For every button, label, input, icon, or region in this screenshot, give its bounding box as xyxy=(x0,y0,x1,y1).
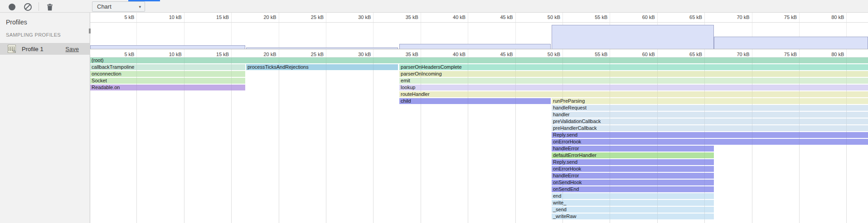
tick-label-40kb: 40 kB xyxy=(441,14,466,20)
overview-block-4 xyxy=(714,37,868,49)
overview-block-3 xyxy=(552,25,714,49)
tick-label-15kb: 15 kB xyxy=(204,14,229,20)
flame-frame-Readable.on[interactable]: Readable.on xyxy=(90,85,245,90)
gridline-overlay-35kb xyxy=(421,57,421,223)
chevron-down-icon: ▾ xyxy=(139,5,141,9)
tick-label-25kb: 25 kB xyxy=(299,52,324,57)
tick-label-30kb: 30 kB xyxy=(346,14,371,20)
tick-label-70kb: 70 kB xyxy=(725,52,750,57)
profile-name: Profile 1 xyxy=(22,46,44,52)
tick-label-20kb: 20 kB xyxy=(252,52,276,57)
flame-frame-routeHandler[interactable]: routeHandler xyxy=(399,91,868,97)
tick-label-5kb: 5 kB xyxy=(109,52,134,57)
overview-pane[interactable] xyxy=(90,22,868,49)
profiles-sidebar: Profiles SAMPLING PROFILES % Profile 1 S… xyxy=(0,13,90,223)
tick-label-25kb: 25 kB xyxy=(299,14,324,20)
flame-frame-callbackTrampoline[interactable]: callbackTrampoline xyxy=(90,64,245,70)
tick-label-55kb: 55 kB xyxy=(582,52,607,57)
clear-icon xyxy=(24,3,32,11)
flame-frame-_writeRaw[interactable]: _writeRaw xyxy=(552,214,714,219)
gridline-overlay-55kb xyxy=(610,57,610,223)
flame-frame-Reply.send[interactable]: Reply.send xyxy=(552,132,868,138)
tick-label-35kb: 35 kB xyxy=(393,52,418,57)
flame-frame-handler[interactable]: handler xyxy=(552,112,868,118)
tick-label-10kb: 10 kB xyxy=(157,14,182,20)
clear-button[interactable] xyxy=(22,1,33,12)
flame-frame-onErrorHook[interactable]: onErrorHook xyxy=(552,166,714,172)
flame-frame-onSendEnd[interactable]: onSendEnd xyxy=(552,186,714,192)
gridline-overlay-20kb xyxy=(279,57,279,223)
gridline-overlay-75kb xyxy=(799,57,800,223)
tick-label-60kb: 60 kB xyxy=(630,14,655,20)
flame-frame-preHandlerCallback[interactable]: preHandlerCallback xyxy=(552,125,868,131)
view-mode-value: Chart xyxy=(97,3,112,10)
tick-label-75kb: 75 kB xyxy=(772,52,797,57)
delete-profile-button[interactable] xyxy=(44,1,55,12)
gridline-overlay-70kb xyxy=(752,57,752,223)
scrollbar-thumb[interactable] xyxy=(89,28,91,33)
flame-frame-preValidationCallback[interactable]: preValidationCallback xyxy=(552,119,868,124)
flame-frame-child[interactable]: child xyxy=(399,98,551,104)
tick-label-20kb: 20 kB xyxy=(252,14,276,20)
flame-frame-Socket[interactable]: Socket xyxy=(90,78,245,84)
flame-frame-root[interactable]: (root) xyxy=(90,57,868,63)
heap-profiler-panel: Chart ▾ Profiles SAMPLING PROFILES % Pro… xyxy=(0,0,868,223)
flame-chart-pane: 5 kB5 kB10 kB10 kB15 kB15 kB20 kB20 kB25… xyxy=(90,13,868,223)
tick-label-5kb: 5 kB xyxy=(109,14,134,20)
gridline-overlay-80kb xyxy=(846,57,847,223)
flame-frame-onErrorHook[interactable]: onErrorHook xyxy=(552,139,868,145)
gridline-overlay-45kb xyxy=(515,57,516,223)
tick-label-50kb: 50 kB xyxy=(535,14,560,20)
sidebar-item-profile-1[interactable]: % Profile 1 Save xyxy=(0,43,90,55)
profiler-toolbar: Chart ▾ xyxy=(0,0,868,13)
overview-block-2 xyxy=(399,44,551,49)
sidebar-title: Profiles xyxy=(6,19,27,26)
tick-label-10kb: 10 kB xyxy=(157,52,182,57)
flame-frame-defaultErrorHandler[interactable]: defaultErrorHandler xyxy=(552,152,714,158)
tick-label-30kb: 30 kB xyxy=(346,52,371,57)
flame-frame-handleError[interactable]: handleError xyxy=(552,173,714,179)
tick-label-70kb: 70 kB xyxy=(725,14,750,20)
tick-label-35kb: 35 kB xyxy=(393,14,418,20)
flame-frame-onSendHook[interactable]: onSendHook xyxy=(552,180,714,185)
tick-label-75kb: 75 kB xyxy=(772,14,797,20)
tick-label-15kb: 15 kB xyxy=(204,52,229,57)
flame-frame-runPreParsing[interactable]: runPreParsing xyxy=(552,98,868,104)
flame-frame-handleError[interactable]: handleError xyxy=(552,146,714,152)
tick-label-55kb: 55 kB xyxy=(582,14,607,20)
sampling-profiles-section-label: SAMPLING PROFILES xyxy=(6,32,61,38)
tick-label-65kb: 65 kB xyxy=(677,52,702,57)
tick-label-50kb: 50 kB xyxy=(535,52,560,57)
tick-label-40kb: 40 kB xyxy=(441,52,466,57)
gridline-overlay-60kb xyxy=(657,57,658,223)
flame-frame-write_[interactable]: write_ xyxy=(552,200,714,206)
flame-frame-onconnection[interactable]: onconnection xyxy=(90,71,245,77)
save-profile-link[interactable]: Save xyxy=(65,46,79,52)
overview-block-0 xyxy=(90,45,245,49)
flame-frame-parserOnHeadersComplete[interactable]: parserOnHeadersComplete xyxy=(399,64,868,70)
gridline-overlay-5kb xyxy=(136,57,137,223)
tick-label-60kb: 60 kB xyxy=(630,52,655,57)
flame-frame-lookup[interactable]: lookup xyxy=(399,85,868,90)
tick-label-45kb: 45 kB xyxy=(488,52,513,57)
tick-label-80kb: 80 kB xyxy=(819,14,844,20)
flame-frame-_send[interactable]: _send xyxy=(552,207,714,213)
gridline-overlay-25kb xyxy=(326,57,326,223)
gridline-overlay-65kb xyxy=(704,57,705,223)
flame-frame-end[interactable]: end xyxy=(552,193,714,199)
trash-icon xyxy=(46,3,53,11)
toolbar-separator xyxy=(39,2,39,11)
flame-frame-Reply.send[interactable]: Reply.send xyxy=(552,159,714,165)
flame-frame-processTicksAndRejections[interactable]: processTicksAndRejections xyxy=(246,64,398,70)
gridline-overlay-15kb xyxy=(231,57,232,223)
tick-label-65kb: 65 kB xyxy=(677,14,702,20)
flame-frame-parserOnIncoming[interactable]: parserOnIncoming xyxy=(399,71,868,77)
tick-label-45kb: 45 kB xyxy=(488,14,513,20)
heap-profile-icon: % xyxy=(8,45,16,53)
record-icon xyxy=(9,4,15,10)
flame-frame-emit[interactable]: emit xyxy=(399,78,868,84)
flame-frame-handleRequest[interactable]: handleRequest xyxy=(552,105,868,111)
view-mode-dropdown[interactable]: Chart ▾ xyxy=(92,1,145,12)
gridline-overlay-50kb xyxy=(563,57,563,223)
record-button[interactable] xyxy=(6,1,17,12)
